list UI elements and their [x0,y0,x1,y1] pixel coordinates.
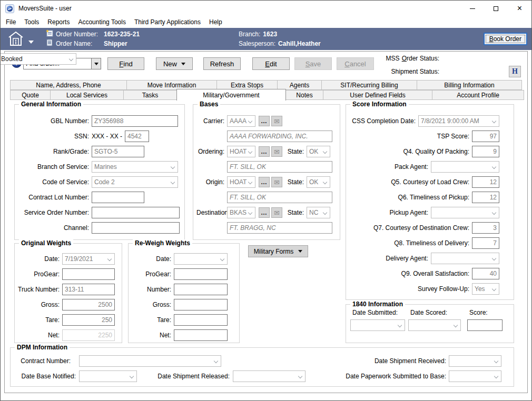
menu-tools[interactable]: Tools [20,17,43,27]
code-of-service-combobox[interactable]: Code 2 [92,176,178,188]
survey-follow-up-combobox[interactable]: Yes [472,283,499,295]
dpm-information-title: DPM Information [15,344,70,351]
css-completion-date-combobox[interactable]: 7/8/2021 9:00:00 AM [418,115,499,127]
tab-billing-information[interactable]: Billing Information [417,80,522,90]
military-forms-button[interactable]: Military Forms [248,245,308,257]
carrier-lookup-button[interactable]: … [259,116,270,126]
chevron-down-icon [323,180,327,184]
ordering-lookup-button[interactable]: … [259,146,270,157]
minimize-button[interactable] [460,1,484,16]
find-button[interactable]: Find [107,57,144,70]
tab-user-defined-fields[interactable]: User Defined Fields [323,90,432,100]
carrier-email-button[interactable]: ✉ [271,116,282,126]
date-shipment-released-combobox[interactable] [233,370,306,382]
q4-quality-of-packing-field[interactable]: 9 [472,146,499,157]
rank-grade-field[interactable]: SGTO-5 [92,146,144,157]
home-menu-button[interactable] [7,31,34,49]
channel-field[interactable] [92,222,180,234]
ordering-base-name-field[interactable]: FT. SILL, OK [227,161,332,173]
date-submitted-label: Date Submitted: [352,309,398,316]
reweigh-number-field[interactable] [174,284,228,295]
origin-state-label: State: [282,178,307,186]
military-government-panel: General Information GBL Number: ZY356988… [5,100,527,393]
delivery-agent-combobox[interactable] [431,253,499,264]
menu-third-party-applications[interactable]: Third Party Applications [130,17,205,27]
window-controls: × [460,1,531,16]
q7-courtesy-of-destination-crew-field[interactable]: 3 [472,222,499,234]
close-button[interactable]: × [508,1,531,16]
tab-notes[interactable]: Notes [285,90,323,100]
gbl-number-field[interactable]: ZY356988 [92,115,178,127]
reweigh-gross-field[interactable] [174,299,228,310]
original-gross-field[interactable]: 2500 [62,299,115,310]
q8-timeliness-of-delivery-field[interactable]: 7 [472,237,499,249]
contract-number-combobox[interactable] [79,355,221,367]
carrier-name-field[interactable]: AAAA FORWARDING, INC. [227,131,332,142]
tab-quote[interactable]: Quote [10,90,51,100]
find-order-dropdown-button[interactable] [91,58,101,69]
date-paperwork-submitted-combobox[interactable] [449,370,501,382]
original-date-combobox[interactable]: 7/19/2021 [62,253,115,265]
new-button[interactable]: New [156,57,193,70]
book-order-button[interactable]: Book Order [484,33,527,45]
branch-of-service-combobox[interactable]: Marines [92,161,178,173]
reweigh-tare-field[interactable] [174,314,228,326]
refresh-button[interactable]: Refresh [203,57,241,70]
destination-lookup-button[interactable]: … [259,207,270,218]
reweigh-progear-field[interactable] [174,268,228,280]
ordering-email-button[interactable]: ✉ [271,146,282,157]
ordering-label: Ordering: [196,148,227,155]
date-submitted-combobox[interactable] [350,319,405,331]
original-progear-field[interactable] [62,268,115,280]
edit-button[interactable]: Edit [252,57,290,70]
destination-state-combobox[interactable]: NC [307,207,330,218]
origin-email-button[interactable]: ✉ [271,177,282,187]
tab-tasks[interactable]: Tasks [123,90,177,100]
cancel-button[interactable]: Cancel [337,57,374,70]
pickup-agent-combobox[interactable] [431,207,499,218]
origin-base-name-field[interactable]: FT. SILL, OK [227,192,332,203]
origin-base-combobox[interactable]: HOAT [227,176,255,188]
reweigh-date-combobox[interactable] [174,253,228,265]
gbl-number-label: GBL Number: [18,117,92,125]
q9-overall-satisfaction-field[interactable]: 40 [472,268,499,279]
ordering-base-combobox[interactable]: HOAT [227,146,255,157]
q6-timeliness-of-pickup-field[interactable]: 12 [472,192,499,203]
original-truck-number-field[interactable]: 313-11 [62,284,115,295]
menu-reports[interactable]: Reports [43,17,74,27]
ordering-state-combobox[interactable]: OK [307,146,330,157]
history-button[interactable]: H [509,66,521,77]
origin-state-combobox[interactable]: OK [307,176,330,188]
score-1840-field[interactable] [467,319,503,331]
origin-lookup-button[interactable]: … [259,177,270,187]
tab-name-address-phone[interactable]: Name, Address, Phone [10,80,127,90]
menu-file[interactable]: File [2,17,20,27]
main-panel: ? Find order... Find New Refresh Edit Sa… [4,51,528,393]
information-1840-title: 1840 Information [350,300,405,308]
date-shipment-received-combobox[interactable] [449,355,501,367]
q5-courtesy-of-load-crew-field[interactable]: 12 [472,176,499,188]
maximize-button[interactable] [484,1,508,16]
date-scored-combobox[interactable] [408,319,461,331]
pack-agent-combobox[interactable] [431,161,499,173]
menu-accounting-tools[interactable]: Accounting Tools [74,17,130,27]
menu-help[interactable]: Help [205,17,226,27]
original-tare-field[interactable]: 250 [62,314,115,326]
reweigh-net-field[interactable] [174,329,228,341]
save-button[interactable]: Save [294,57,332,70]
carrier-combobox[interactable]: AAAA [227,115,255,127]
contract-lot-number-field[interactable] [92,192,144,203]
home-icon [7,31,25,49]
destination-email-button[interactable]: ✉ [271,207,282,218]
tab-military-government[interactable]: Military/Government [176,89,286,101]
service-order-number-field[interactable] [92,207,180,218]
destination-base-combobox[interactable]: BKAS [227,207,255,218]
general-information-title: General Information [19,101,83,108]
tab-local-services[interactable]: Local Services [50,90,124,100]
ssn-field[interactable]: 4542 [125,131,149,142]
destination-base-name-field[interactable]: FT. BRAGG, NC [227,222,332,234]
mss-order-status-combobox[interactable]: Booked [0,53,76,65]
tab-sit-recurring-billing[interactable]: SIT/Recurring Billing [321,80,417,90]
tsp-score-field[interactable]: 97 [472,131,499,142]
tab-account-profile[interactable]: Account Profile [432,90,524,100]
